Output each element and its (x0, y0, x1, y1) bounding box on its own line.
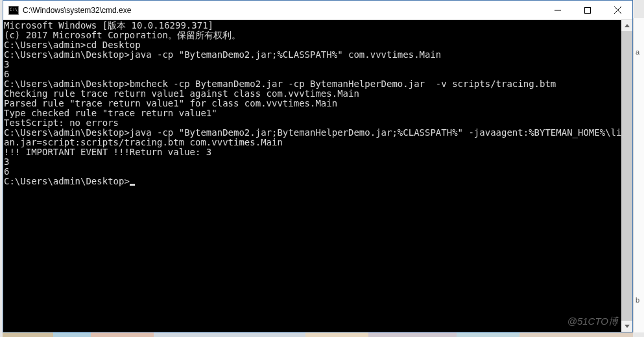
bg-letter: b (636, 296, 639, 304)
terminal-line: !!! IMPORTANT EVENT !!!Return value: 3 (4, 147, 621, 157)
close-button[interactable] (602, 1, 632, 19)
maximize-button[interactable] (573, 1, 602, 19)
titlebar[interactable]: C:\ C:\Windows\system32\cmd.exe (3, 1, 632, 20)
terminal-line: C:\Users\admin\Desktop> (4, 177, 621, 186)
terminal-line: TestScript: no errors (4, 118, 621, 128)
terminal-line: 6 (4, 167, 621, 177)
terminal-line: an.jar=script:scripts/tracing.btm com.vv… (4, 138, 621, 147)
bg-letter: a (636, 48, 639, 56)
svg-marker-4 (625, 24, 630, 27)
terminal-line: C:\Users\admin\Desktop>bmcheck -cp Bytem… (4, 79, 621, 89)
terminal-line: C:\Users\admin\Desktop>java -cp "Byteman… (4, 50, 621, 60)
cursor (130, 184, 135, 186)
cmd-icon: C:\ (8, 6, 19, 15)
window-controls (543, 1, 632, 19)
terminal-line: 3 (4, 157, 621, 167)
terminal-line: Type checked rule "trace return value1" (4, 108, 621, 118)
terminal-line: Parsed rule "trace return value1" for cl… (4, 99, 621, 108)
scroll-thumb[interactable] (621, 31, 632, 321)
terminal-line: Checking rule trace return value1 agains… (4, 89, 621, 99)
scroll-track[interactable] (621, 31, 632, 321)
terminal-line: C:\Users\admin>cd Desktop (4, 40, 621, 50)
window-title: C:\Windows\system32\cmd.exe (23, 6, 543, 15)
terminal-line: C:\Users\admin\Desktop>java -cp "Byteman… (4, 128, 621, 138)
svg-marker-5 (625, 325, 630, 328)
scroll-down-button[interactable] (621, 321, 632, 332)
svg-rect-1 (585, 7, 591, 13)
terminal-line: 3 (4, 60, 621, 69)
terminal-line: 6 (4, 69, 621, 79)
background-panel: a b (633, 18, 644, 332)
taskbar-strip (3, 332, 633, 337)
terminal-area: Microsoft Windows [版本 10.0.16299.371](c)… (3, 20, 632, 332)
terminal-line: Microsoft Windows [版本 10.0.16299.371] (4, 21, 621, 31)
cmd-window: C:\ C:\Windows\system32\cmd.exe Microsof… (3, 0, 633, 332)
terminal-line: (c) 2017 Microsoft Corporation。保留所有权利。 (4, 31, 621, 40)
terminal-output[interactable]: Microsoft Windows [版本 10.0.16299.371](c)… (3, 20, 621, 332)
scroll-up-button[interactable] (621, 20, 632, 31)
vertical-scrollbar[interactable] (621, 20, 632, 332)
minimize-button[interactable] (543, 1, 573, 19)
